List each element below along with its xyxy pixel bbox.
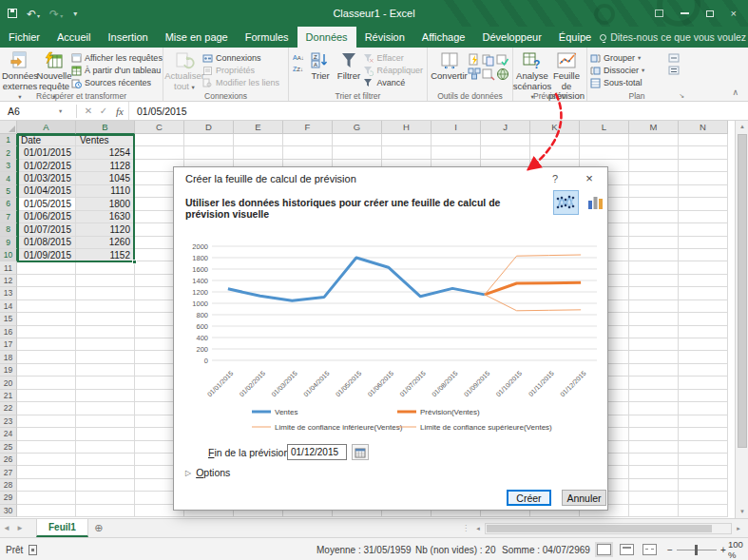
cell-B5[interactable]: 1110 [76,185,135,198]
row-header-1[interactable]: 1 [0,134,17,146]
cell-N23[interactable] [679,415,728,428]
column-header-A[interactable]: A [17,121,76,134]
scroll-down-icon[interactable]: ▼ [736,506,748,518]
tab-affichage[interactable]: Affichage [413,27,474,48]
cell-B8[interactable]: 1120 [76,223,135,236]
cell-M10[interactable] [629,249,679,261]
cell-N5[interactable] [679,185,728,198]
tab-développeur[interactable]: Développeur [473,27,549,48]
cell-M17[interactable] [629,338,679,351]
cell-N21[interactable] [679,390,728,402]
cell-B30[interactable] [76,505,135,517]
text-to-columns-button[interactable]: Convertir [431,49,468,82]
cell-A18[interactable] [17,351,76,363]
row-header-12[interactable]: 12 [0,275,17,287]
scroll-right-icon[interactable]: ▸ [733,525,744,532]
cell-M28[interactable] [629,479,679,492]
cell-B14[interactable] [76,300,135,313]
cell-F2[interactable] [283,146,333,159]
cell-C2[interactable] [135,146,184,159]
cell-N7[interactable] [679,211,728,223]
cell-A13[interactable] [17,287,76,299]
cell-N24[interactable] [679,428,728,440]
cell-B4[interactable]: 1045 [76,172,135,184]
clear-filter-button[interactable]: Effacer [363,52,424,64]
cell-B21[interactable] [76,390,135,402]
cell-B15[interactable] [76,313,135,325]
row-header-17[interactable]: 17 [0,338,17,351]
cell-A10[interactable]: 01/09/2015 [17,249,76,261]
select-all-corner[interactable] [0,121,17,134]
cell-A12[interactable] [17,275,76,287]
cell-M14[interactable] [629,300,679,313]
cell-G1[interactable] [333,134,382,146]
cell-N19[interactable] [679,364,728,377]
name-box-dropdown-icon[interactable]: ▾ [59,107,72,115]
cell-A26[interactable] [17,454,76,466]
cell-A15[interactable] [17,313,76,325]
show-queries-button[interactable]: Afficher les requêtes [71,52,161,64]
cell-N29[interactable] [679,492,728,504]
cell-M15[interactable] [629,313,679,325]
data-validation-icon[interactable] [496,53,509,67]
cell-M24[interactable] [629,428,679,440]
cell-A19[interactable] [17,364,76,377]
row-header-16[interactable]: 16 [0,326,17,338]
page-layout-view-icon[interactable] [620,538,634,560]
cell-M13[interactable] [629,287,679,299]
cell-M5[interactable] [629,185,679,198]
tell-me-box[interactable]: Dites-nous ce que vous voulez fa [600,31,748,43]
cell-A14[interactable] [17,300,76,313]
row-header-7[interactable]: 7 [0,211,17,223]
column-header-H[interactable]: H [382,121,432,134]
cell-A16[interactable] [17,326,76,338]
date-picker-button[interactable] [352,444,369,460]
collapse-ribbon-icon[interactable]: ∧ [732,87,748,101]
properties-button[interactable]: Propriétés [202,65,284,76]
sheet-nav-right-icon[interactable]: ► [13,519,27,537]
cell-M8[interactable] [629,223,679,236]
cell-A22[interactable] [17,402,76,415]
relationships-icon[interactable] [496,68,509,81]
cell-A25[interactable] [17,441,76,454]
column-header-K[interactable]: K [530,121,580,134]
scroll-up-icon[interactable]: ▲ [736,121,748,133]
tab-accueil[interactable]: Accueil [48,27,99,48]
add-sheet-icon[interactable]: ⊕ [88,519,109,537]
page-break-view-icon[interactable] [643,538,657,560]
row-header-29[interactable]: 29 [0,492,17,504]
row-header-2[interactable]: 2 [0,146,17,159]
cell-N18[interactable] [679,351,728,363]
cell-N12[interactable] [679,275,728,287]
row-header-9[interactable]: 9 [0,237,17,249]
cell-N30[interactable] [679,505,728,517]
cell-N27[interactable] [679,466,728,478]
cell-D2[interactable] [184,146,234,159]
cell-A17[interactable] [17,338,76,351]
row-header-18[interactable]: 18 [0,351,17,363]
cell-M21[interactable] [629,390,679,402]
cell-N14[interactable] [679,300,728,313]
row-header-19[interactable]: 19 [0,364,17,377]
column-header-F[interactable]: F [283,121,333,134]
cancel-icon[interactable]: ✕ [81,106,96,116]
zoom-out-icon[interactable]: − [667,538,673,560]
cell-B23[interactable] [76,415,135,428]
cell-B22[interactable] [76,402,135,415]
cell-B7[interactable]: 1630 [76,211,135,223]
cell-N1[interactable] [679,134,728,146]
row-header-3[interactable]: 3 [0,160,17,172]
cell-M29[interactable] [629,492,679,504]
flash-fill-icon[interactable] [468,53,481,67]
from-table-button[interactable]: À partir d'un tableau [71,65,161,76]
row-header-15[interactable]: 15 [0,313,17,325]
options-expander[interactable]: ▷ Options [185,467,230,478]
cell-N4[interactable] [679,172,728,184]
cell-B26[interactable] [76,454,135,466]
row-header-30[interactable]: 30 [0,505,17,517]
cell-B3[interactable]: 1128 [76,160,135,172]
bar-chart-type-button[interactable] [585,190,606,215]
sort-button[interactable]: ZA Trier [307,49,335,82]
cell-A24[interactable] [17,428,76,440]
row-header-22[interactable]: 22 [0,402,17,415]
